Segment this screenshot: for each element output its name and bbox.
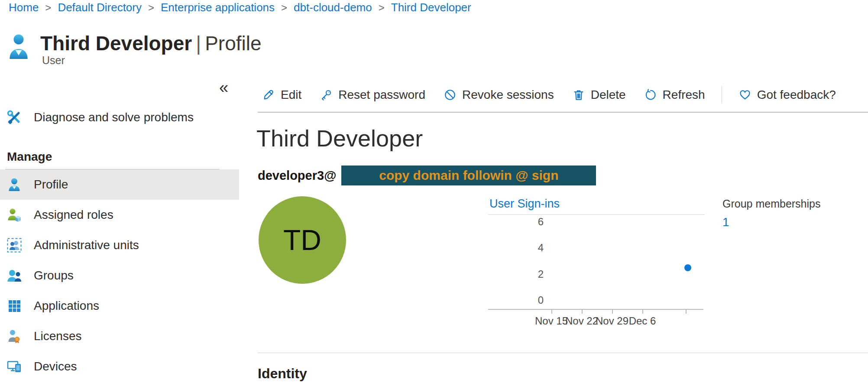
user-sign-ins-link[interactable]: User Sign-ins	[489, 197, 560, 211]
domain-redaction-overlay: copy domain followin @ sign	[341, 166, 596, 185]
sidebar-section-manage: Manage	[0, 145, 239, 169]
got-feedback-button[interactable]: Got feedback?	[738, 88, 836, 102]
azure-user-profile-page: Home > Default Directory > Enterprise ap…	[0, 0, 868, 383]
button-label: Got feedback?	[757, 88, 836, 102]
group-memberships-count-link[interactable]: 1	[722, 215, 729, 229]
heart-icon	[738, 88, 751, 101]
sidebar-item-label: Applications	[34, 299, 99, 313]
identity-section-heading: Identity	[258, 366, 307, 382]
breadcrumb-default-directory[interactable]: Default Directory	[58, 1, 142, 14]
delete-button[interactable]: Delete	[572, 88, 626, 102]
sidebar: Diagnose and solve problems Manage Profi…	[0, 102, 239, 382]
sidebar-item-assigned-roles[interactable]: Assigned roles	[0, 200, 239, 230]
edit-button[interactable]: Edit	[262, 88, 301, 102]
sidebar-item-label: Administrative units	[34, 238, 139, 252]
breadcrumb-separator: >	[148, 2, 154, 14]
breadcrumb: Home > Default Directory > Enterprise ap…	[9, 1, 471, 14]
sidebar-item-devices[interactable]: Devices	[0, 351, 239, 382]
profile-person-icon	[7, 177, 22, 192]
y-axis-tick-label: 2	[526, 268, 544, 281]
toolbar-divider	[258, 112, 868, 113]
group-memberships-block: Group memberships 1	[722, 198, 820, 229]
refresh-button[interactable]: Refresh	[644, 88, 705, 102]
x-axis-tick	[642, 310, 643, 314]
groups-icon	[7, 268, 22, 283]
x-axis-tick-label: Dec 6	[619, 315, 666, 327]
button-label: Revoke sessions	[462, 88, 554, 102]
administrative-units-icon	[7, 238, 22, 253]
key-icon	[320, 88, 333, 101]
email-prefix: developer3@	[258, 169, 336, 183]
button-label: Refresh	[663, 88, 705, 102]
user-sign-ins-chart: User Sign-ins 0246Nov 15Nov 22Nov 29Dec …	[488, 197, 705, 331]
tools-icon	[7, 110, 22, 125]
refresh-icon	[644, 88, 657, 101]
button-label: Reset password	[338, 88, 425, 102]
assigned-roles-icon	[7, 208, 22, 222]
x-axis-tick	[686, 310, 687, 314]
sidebar-item-administrative-units[interactable]: Administrative units	[0, 230, 239, 260]
section-divider	[258, 353, 868, 353]
x-axis-line	[488, 309, 703, 310]
sidebar-item-label: Assigned roles	[34, 208, 113, 222]
sidebar-item-label: Diagnose and solve problems	[34, 110, 194, 124]
breadcrumb-separator: >	[281, 2, 287, 14]
page-title-divider: |	[196, 32, 201, 55]
breadcrumb-separator: >	[379, 2, 385, 14]
page-subtitle: User	[42, 54, 65, 67]
trash-icon	[572, 88, 585, 101]
command-toolbar: Edit Reset password Revoke sessions	[258, 83, 836, 107]
breadcrumb-home[interactable]: Home	[9, 1, 39, 14]
user-person-icon	[7, 33, 30, 60]
breadcrumb-separator: >	[45, 2, 51, 14]
y-axis-tick-label: 6	[526, 215, 544, 228]
sidebar-item-label: Profile	[34, 178, 68, 192]
breadcrumb-third-developer[interactable]: Third Developer	[391, 1, 471, 14]
block-icon	[444, 88, 457, 101]
page-title: Third Developer|Profile	[40, 32, 262, 55]
applications-grid-icon	[7, 299, 22, 313]
x-axis-tick	[612, 310, 613, 314]
sidebar-item-profile[interactable]: Profile	[0, 169, 239, 200]
sidebar-item-label: Devices	[34, 360, 77, 373]
y-axis-tick-label: 4	[526, 241, 544, 254]
sidebar-collapse-button[interactable]: «	[219, 79, 228, 96]
x-axis-tick	[582, 310, 583, 314]
button-label: Delete	[591, 88, 626, 102]
pencil-icon	[262, 88, 275, 101]
sign-in-data-point	[684, 264, 691, 271]
sidebar-item-diagnose-and-solve-problems[interactable]: Diagnose and solve problems	[0, 102, 239, 133]
breadcrumb-dbt-cloud-demo[interactable]: dbt-cloud-demo	[294, 1, 372, 14]
sidebar-item-label: Licenses	[34, 329, 82, 343]
chart-title-underline	[488, 214, 705, 215]
page-title-section: Profile	[205, 32, 261, 55]
page-title-name: Third Developer	[40, 32, 192, 55]
button-label: Edit	[281, 88, 301, 102]
sidebar-item-licenses[interactable]: Licenses	[0, 321, 239, 351]
y-axis-tick-label: 0	[526, 294, 544, 307]
reset-password-button[interactable]: Reset password	[320, 88, 425, 102]
group-memberships-label: Group memberships	[722, 198, 820, 210]
devices-icon	[7, 359, 22, 374]
breadcrumb-enterprise-applications[interactable]: Enterprise applications	[161, 1, 275, 14]
revoke-sessions-button[interactable]: Revoke sessions	[444, 88, 554, 102]
sidebar-item-label: Groups	[34, 269, 74, 282]
licenses-icon	[7, 329, 22, 344]
user-display-name: Third Developer	[256, 125, 423, 152]
avatar: TD	[259, 196, 346, 284]
sidebar-item-groups[interactable]: Groups	[0, 260, 239, 291]
user-principal-name-row: developer3@ copy domain followin @ sign	[258, 166, 596, 185]
x-axis-tick	[551, 310, 552, 314]
sidebar-item-applications[interactable]: Applications	[0, 291, 239, 321]
toolbar-separator	[722, 86, 722, 104]
